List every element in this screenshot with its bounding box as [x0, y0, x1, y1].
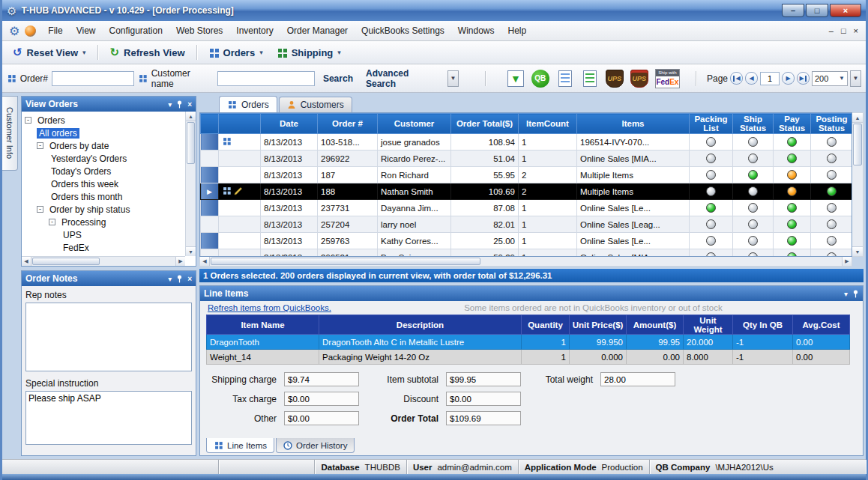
settings-gear-icon[interactable]: ⚙: [7, 24, 22, 38]
header-quantity[interactable]: Quantity: [522, 315, 570, 335]
scroll-up-icon[interactable]: ▲: [852, 113, 863, 123]
refresh-items-link[interactable]: Refresh items from QuickBooks.: [208, 303, 331, 312]
row-selector[interactable]: ▶: [201, 183, 219, 200]
tree-item-orders-this-month[interactable]: Orders this month: [25, 190, 184, 203]
menu-view[interactable]: View: [70, 22, 102, 39]
grid-vertical-scrollbar[interactable]: ▲ ▼: [852, 112, 864, 257]
ups-button[interactable]: UPS: [604, 68, 625, 89]
order-row[interactable]: 8/13/2013 257204 larry noel 82.01 1 Onli…: [201, 216, 853, 233]
next-page-button[interactable]: ▶: [782, 72, 795, 85]
orders-menu-button[interactable]: Orders ▾: [203, 45, 269, 61]
panel-close-icon[interactable]: ×: [187, 100, 192, 109]
tree-item-orders-this-week[interactable]: Orders this week: [25, 177, 184, 190]
order-detail-icon[interactable]: [223, 186, 230, 194]
scroll-left-icon[interactable]: ◀: [200, 257, 210, 266]
header-unit-weight[interactable]: Unit Weight: [684, 315, 733, 335]
tab-customers[interactable]: Customers: [279, 97, 352, 112]
order-total-input[interactable]: [446, 411, 521, 425]
customer-info-side-tab[interactable]: Customer Info: [2, 96, 18, 171]
other-charge-input[interactable]: [284, 411, 359, 425]
scroll-down-icon[interactable]: ▼: [852, 246, 863, 256]
order-row[interactable]: 8/13/2013 296521 Ben Spiro 59.29 1 Onlin…: [201, 249, 853, 258]
header-item-count[interactable]: ItemCount: [519, 114, 577, 134]
item-subtotal-input[interactable]: [446, 372, 521, 386]
row-selector[interactable]: [201, 151, 219, 167]
header-posting-status[interactable]: Posting Status: [811, 114, 853, 134]
row-selector[interactable]: [201, 134, 219, 151]
scroll-left-icon[interactable]: ◀: [22, 257, 31, 266]
row-selector[interactable]: [201, 233, 219, 249]
panel-menu-icon[interactable]: ▾: [844, 290, 848, 298]
tree-item-orders[interactable]: -Orders: [25, 114, 184, 127]
print-invoice-button[interactable]: [579, 68, 600, 89]
menu-inventory[interactable]: Inventory: [230, 22, 279, 39]
scroll-up-icon[interactable]: ▲: [186, 112, 196, 121]
order-row[interactable]: 8/13/2013 103-518... josue granados 108.…: [201, 134, 853, 151]
post-to-quickbooks-button[interactable]: ▼: [505, 68, 526, 89]
pin-icon[interactable]: [852, 290, 859, 298]
tree-item-orders-by-date[interactable]: -Orders by date: [25, 139, 184, 152]
last-page-button[interactable]: ▶: [797, 72, 810, 85]
close-button[interactable]: ×: [830, 4, 861, 17]
menu-help[interactable]: Help: [502, 22, 533, 39]
collapse-icon[interactable]: -: [49, 219, 55, 225]
maximize-button[interactable]: □: [806, 4, 828, 17]
tree-item-yesterdays-orders[interactable]: Yesterday's Orders: [25, 152, 184, 165]
mdi-restore-icon[interactable]: □: [841, 26, 846, 35]
discount-input[interactable]: [446, 392, 521, 406]
reset-view-button[interactable]: ↺ Reset View ▾: [7, 43, 92, 61]
collapse-icon[interactable]: -: [37, 206, 43, 213]
order-row[interactable]: 8/13/2013 259763 Kathy Corres... 25.00 1…: [201, 233, 853, 249]
tree-item-ups[interactable]: UPS: [25, 228, 184, 241]
menu-configuration[interactable]: Configuration: [103, 22, 168, 39]
print-document-button[interactable]: [555, 68, 576, 89]
tree-horizontal-scrollbar[interactable]: ◀ ▶: [22, 256, 185, 266]
advanced-search-button[interactable]: Advanced Search: [361, 67, 444, 91]
minimize-button[interactable]: –: [782, 4, 804, 17]
grid-horizontal-scrollbar[interactable]: ◀ ▶: [199, 257, 852, 267]
header-order-total[interactable]: Order Total($): [451, 114, 519, 134]
header-unit-price[interactable]: Unit Price($): [570, 315, 627, 335]
header-item-name[interactable]: Item Name: [207, 315, 319, 335]
tree-item-processing[interactable]: -Processing: [25, 216, 184, 228]
tree-item-order-by-ship-status[interactable]: -Order by ship status: [25, 203, 184, 216]
row-selector[interactable]: [201, 167, 219, 183]
tax-charge-input[interactable]: [284, 392, 359, 406]
header-items[interactable]: Items: [577, 114, 690, 134]
order-number-input[interactable]: [52, 71, 134, 86]
menu-file[interactable]: File: [42, 22, 68, 39]
prev-page-button[interactable]: ◀: [745, 72, 758, 85]
special-instruction-input[interactable]: Please ship ASAP: [25, 391, 192, 445]
header-qty-in-qb[interactable]: Qty In QB: [733, 315, 793, 335]
header-amount[interactable]: Amount($): [627, 315, 684, 335]
collapse-icon[interactable]: -: [25, 117, 31, 124]
tree-item-todays-orders[interactable]: Today's Orders: [25, 165, 184, 177]
tree-vertical-scrollbar[interactable]: ▲ ▼: [185, 112, 196, 256]
pin-icon[interactable]: [176, 275, 183, 283]
tree-item-all-orders[interactable]: All orders: [25, 127, 184, 139]
header-customer[interactable]: Customer: [378, 114, 451, 134]
menu-windows[interactable]: Windows: [452, 22, 501, 39]
tab-orders[interactable]: Orders: [219, 96, 277, 112]
refresh-view-button[interactable]: ↻ Refresh View: [104, 43, 191, 61]
page-size-select[interactable]: 200 ▼: [812, 71, 848, 86]
total-weight-input[interactable]: [600, 372, 675, 386]
quickbooks-button[interactable]: QB: [530, 68, 551, 89]
header-pay-status[interactable]: Pay Status: [774, 114, 811, 134]
row-selector[interactable]: [201, 249, 219, 258]
page-number-input[interactable]: [760, 72, 780, 85]
home-icon[interactable]: [25, 25, 36, 37]
scroll-right-icon[interactable]: ▶: [842, 257, 852, 266]
order-row[interactable]: 8/13/2013 237731 Dayanna Jim... 87.08 1 …: [201, 200, 853, 216]
panel-menu-icon[interactable]: ▾: [168, 275, 172, 283]
row-selector[interactable]: [201, 216, 219, 233]
panel-close-icon[interactable]: ×: [187, 275, 192, 283]
menu-order-manager[interactable]: Order Manager: [281, 22, 354, 39]
shipping-charge-input[interactable]: [284, 372, 359, 386]
header-ship-status[interactable]: Ship Status: [733, 114, 774, 134]
tab-order-history[interactable]: Order History: [276, 438, 355, 453]
toolbar-overflow-button[interactable]: ▼: [850, 70, 861, 87]
row-selector[interactable]: [201, 200, 219, 216]
advanced-search-dropdown[interactable]: ▼: [447, 70, 459, 87]
header-description[interactable]: Description: [319, 315, 522, 335]
